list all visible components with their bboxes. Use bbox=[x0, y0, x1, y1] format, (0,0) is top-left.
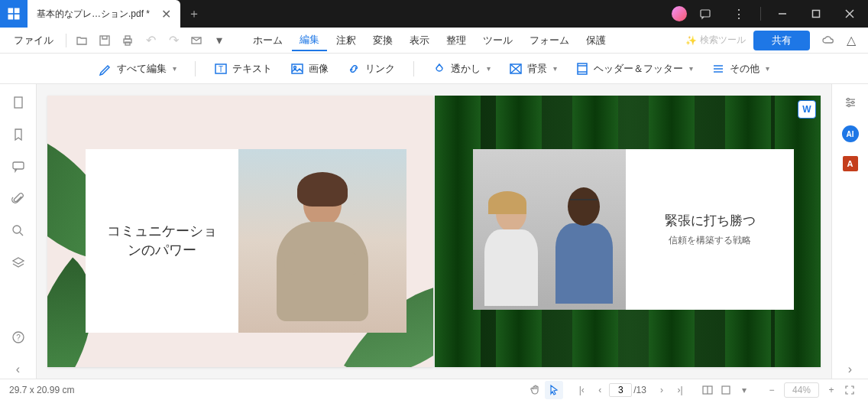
view-mode-icon[interactable]: ▾ bbox=[735, 381, 753, 399]
mail-icon[interactable] bbox=[186, 30, 207, 51]
bookmarks-icon[interactable] bbox=[9, 125, 28, 144]
print-icon[interactable] bbox=[117, 30, 138, 51]
menu-convert[interactable]: 変換 bbox=[365, 31, 400, 50]
collapse-left-icon[interactable]: ‹ bbox=[9, 360, 28, 379]
ai-badge[interactable]: AI bbox=[842, 125, 859, 142]
droplet-icon bbox=[432, 62, 446, 76]
svg-rect-3 bbox=[15, 15, 20, 20]
document-canvas[interactable]: コミュニケーションのパワー bbox=[37, 84, 831, 379]
feedback-icon[interactable] bbox=[690, 0, 721, 28]
image-icon bbox=[290, 62, 304, 76]
fullscreen-icon[interactable] bbox=[840, 381, 859, 399]
add-tab-button[interactable]: ＋ bbox=[180, 0, 208, 28]
read-mode-icon[interactable] bbox=[698, 381, 717, 399]
svg-rect-4 bbox=[701, 10, 710, 17]
menu-comment[interactable]: 注釈 bbox=[329, 31, 364, 50]
link-button[interactable]: リンク bbox=[341, 59, 401, 79]
link-icon bbox=[347, 62, 361, 76]
cloud-icon[interactable] bbox=[818, 30, 839, 51]
fit-width-icon[interactable] bbox=[717, 381, 735, 399]
save-icon[interactable] bbox=[94, 30, 115, 51]
page-left[interactable]: コミュニケーションのパワー bbox=[47, 96, 433, 367]
app-logo[interactable] bbox=[0, 0, 28, 28]
menu-tool[interactable]: ツール bbox=[475, 31, 520, 50]
attachments-icon[interactable] bbox=[9, 190, 28, 208]
background-button[interactable]: 背景▾ bbox=[503, 59, 563, 79]
svg-rect-26 bbox=[13, 162, 24, 169]
last-page-icon[interactable]: ›| bbox=[671, 381, 689, 399]
undo-icon[interactable]: ↶ bbox=[140, 30, 161, 51]
statusbar: 29.7 x 20.99 cm |‹ ‹ /13 › ›| ▾ − 44% + bbox=[0, 379, 868, 400]
svg-text:T: T bbox=[219, 65, 223, 73]
share-button[interactable]: 共有 bbox=[753, 31, 810, 50]
zoom-level[interactable]: 44% bbox=[784, 382, 819, 398]
zoom-in-icon[interactable]: + bbox=[822, 381, 840, 399]
svg-rect-1 bbox=[15, 8, 20, 14]
page2-title: 緊張に打ち勝つ bbox=[665, 212, 756, 229]
menu-view[interactable]: 表示 bbox=[402, 31, 437, 50]
dropdown-icon[interactable]: ▾ bbox=[209, 30, 230, 51]
svg-rect-0 bbox=[8, 8, 14, 14]
properties-icon[interactable] bbox=[841, 93, 860, 112]
redo-icon[interactable]: ↷ bbox=[163, 30, 184, 51]
collapse-ribbon-icon[interactable]: △ bbox=[840, 30, 862, 51]
svg-point-35 bbox=[851, 102, 853, 104]
text-button[interactable]: T テキスト bbox=[208, 59, 278, 79]
page-number-input[interactable] bbox=[609, 383, 632, 397]
svg-text:?: ? bbox=[16, 333, 21, 342]
first-page-icon[interactable]: |‹ bbox=[572, 381, 591, 399]
search-icon[interactable] bbox=[9, 222, 28, 240]
svg-rect-2 bbox=[8, 15, 14, 20]
header-footer-button[interactable]: ヘッダー＆フッター▾ bbox=[569, 59, 699, 79]
svg-rect-16 bbox=[292, 64, 303, 73]
hand-tool-icon[interactable] bbox=[526, 381, 545, 399]
page2-image bbox=[473, 149, 626, 310]
svg-point-34 bbox=[847, 99, 849, 101]
comments-icon[interactable] bbox=[9, 158, 28, 176]
collapse-right-icon[interactable]: › bbox=[841, 360, 860, 379]
thumbnails-icon[interactable] bbox=[9, 93, 28, 112]
search-tools[interactable]: ✨ 検索ツール bbox=[685, 34, 746, 47]
more-button[interactable]: その他▾ bbox=[705, 59, 776, 79]
svg-rect-6 bbox=[813, 11, 820, 18]
image-button[interactable]: 画像 bbox=[284, 59, 335, 79]
page1-title: コミュニケーションのパワー bbox=[101, 222, 223, 260]
text-icon: T bbox=[214, 62, 228, 76]
open-icon[interactable] bbox=[71, 30, 92, 51]
watermark-button[interactable]: 透かし▾ bbox=[426, 59, 497, 79]
edit-all-button[interactable]: すべて編集▾ bbox=[92, 59, 183, 79]
menu-home[interactable]: ホーム bbox=[245, 31, 290, 50]
page1-image bbox=[238, 149, 406, 333]
more-menu-icon[interactable]: ⋮ bbox=[724, 0, 754, 28]
layers-icon[interactable] bbox=[9, 254, 28, 272]
ms-office-badge[interactable]: A bbox=[843, 156, 858, 171]
user-avatar[interactable] bbox=[672, 6, 687, 21]
more-icon bbox=[711, 62, 725, 76]
document-tab[interactable]: 基本的なプレ…ション.pdf * ✕ bbox=[28, 0, 180, 28]
tab-title: 基本的なプレ…ション.pdf * bbox=[37, 8, 154, 21]
svg-line-28 bbox=[20, 233, 23, 236]
word-export-badge[interactable]: W bbox=[798, 100, 816, 119]
edit-toolbar: すべて編集▾ T テキスト 画像 リンク 透かし▾ 背景▾ ヘッダー＆フッター▾… bbox=[0, 54, 868, 84]
select-tool-icon[interactable] bbox=[545, 381, 563, 399]
prev-page-icon[interactable]: ‹ bbox=[591, 381, 609, 399]
titlebar: 基本的なプレ…ション.pdf * ✕ ＋ ⋮ bbox=[0, 0, 868, 28]
svg-rect-39 bbox=[722, 386, 730, 394]
close-tab-icon[interactable]: ✕ bbox=[160, 8, 171, 19]
zoom-out-icon[interactable]: − bbox=[763, 381, 781, 399]
menu-protect[interactable]: 保護 bbox=[578, 31, 614, 50]
menu-form[interactable]: フォーム bbox=[522, 31, 577, 50]
page-right[interactable]: 緊張に打ち勝つ 信頼を構築する戦略 W bbox=[435, 96, 821, 367]
next-page-icon[interactable]: › bbox=[653, 381, 671, 399]
maximize-button[interactable] bbox=[801, 0, 831, 28]
sparkle-icon: ✨ bbox=[685, 35, 697, 46]
close-window-button[interactable] bbox=[834, 0, 865, 28]
menu-file[interactable]: ファイル bbox=[6, 31, 61, 50]
page2-subtitle: 信頼を構築する戦略 bbox=[669, 234, 751, 247]
menu-organize[interactable]: 整理 bbox=[439, 31, 474, 50]
help-icon[interactable]: ? bbox=[9, 328, 28, 346]
svg-rect-19 bbox=[578, 63, 587, 74]
menubar: ファイル ↶ ↷ ▾ ホーム 編集 注釈 変換 表示 整理 ツール フォーム 保… bbox=[0, 28, 868, 54]
menu-edit[interactable]: 編集 bbox=[292, 30, 327, 51]
minimize-button[interactable] bbox=[767, 0, 798, 28]
